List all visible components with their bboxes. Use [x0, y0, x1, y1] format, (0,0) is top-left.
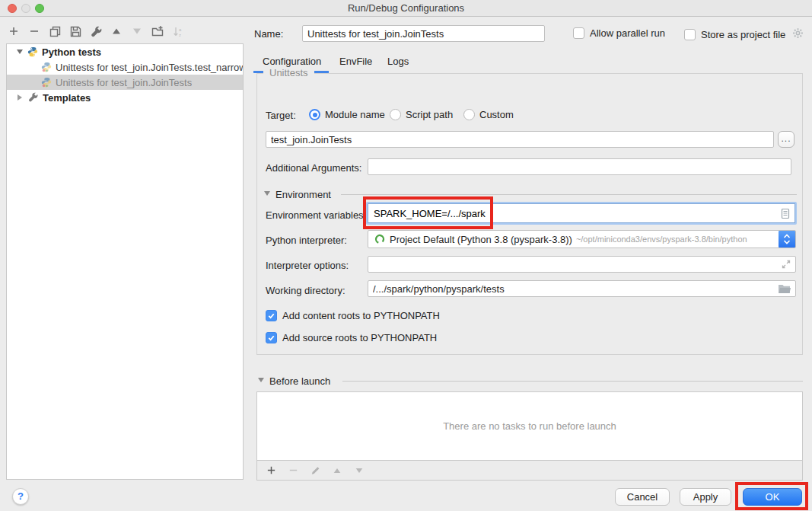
- edit-task-icon[interactable]: [309, 465, 321, 477]
- svg-text:a: a: [179, 27, 182, 31]
- remove-task-icon[interactable]: [287, 465, 299, 477]
- store-as-project-file-checkbox[interactable]: Store as project file: [684, 27, 804, 41]
- target-radio-script-path[interactable]: Script path: [390, 109, 453, 120]
- configurations-toolbar: az: [8, 24, 184, 39]
- help-button[interactable]: ?: [12, 488, 29, 505]
- annotation-box-ok-button: [735, 482, 808, 510]
- environment-collapse-icon[interactable]: [264, 191, 270, 196]
- copy-configuration-icon[interactable]: [49, 25, 61, 37]
- configurations-tree: Python tests Unittests for test_join.Joi…: [6, 43, 244, 480]
- add-source-roots-checkbox[interactable]: Add source roots to PYTHONPATH: [266, 332, 437, 343]
- move-up-icon[interactable]: [110, 25, 123, 37]
- interpreter-path: ~/opt/miniconda3/envs/pyspark-3.8/bin/py…: [576, 235, 747, 244]
- templates-wrench-icon: [28, 92, 39, 103]
- name-label: Name:: [254, 28, 283, 40]
- window-title: Run/Debug Configurations: [0, 0, 812, 17]
- checkbox-checked-icon[interactable]: [266, 332, 277, 343]
- radio-selected-icon[interactable]: [309, 109, 320, 120]
- tree-item-label: Unittests for test_join.JoinTests.test_n…: [56, 62, 243, 73]
- save-configuration-icon[interactable]: [69, 25, 81, 37]
- working-directory-label: Working directory:: [266, 284, 345, 296]
- environment-separator-line: [341, 194, 797, 195]
- radio-label: Module name: [325, 109, 385, 120]
- tree-item-templates[interactable]: Templates: [7, 90, 243, 105]
- title-bar: Run/Debug Configurations: [0, 0, 812, 17]
- expand-field-icon[interactable]: [781, 256, 791, 273]
- tree-item-label: Unittests for test_join.JoinTests: [56, 77, 192, 88]
- interpreter-options-label: Interpreter options:: [266, 259, 349, 271]
- python-test-icon: [41, 77, 52, 88]
- store-as-project-file-label: Store as project file: [701, 29, 785, 40]
- move-task-down-icon[interactable]: [353, 465, 365, 477]
- python-tests-icon: [27, 46, 38, 57]
- tree-item-label: Templates: [43, 92, 91, 104]
- additional-arguments-label: Additional Arguments:: [266, 161, 361, 174]
- interpreter-options-input[interactable]: [368, 256, 796, 273]
- paste-variables-icon[interactable]: [781, 208, 790, 219]
- unittests-group-label: Unittests: [263, 67, 314, 78]
- before-launch-toolbar: [256, 461, 803, 481]
- gear-icon[interactable]: [792, 27, 804, 41]
- add-configuration-icon[interactable]: [8, 25, 20, 37]
- radio-label: Custom: [479, 109, 514, 120]
- target-radio-custom[interactable]: Custom: [463, 109, 514, 120]
- name-row: Name:: [254, 25, 283, 42]
- svg-text:z: z: [179, 33, 181, 37]
- additional-arguments-input[interactable]: [368, 158, 791, 175]
- radio-label: Script path: [406, 109, 453, 120]
- tree-item-python-tests[interactable]: Python tests: [7, 44, 243, 59]
- working-directory-input[interactable]: [368, 280, 796, 297]
- add-content-roots-label: Add content roots to PYTHONPATH: [282, 310, 440, 321]
- conda-environment-icon: [374, 234, 385, 244]
- name-input[interactable]: [302, 25, 545, 42]
- environment-variables-label: Environment variables:: [266, 209, 366, 221]
- tree-item-jointests-selected[interactable]: Unittests for test_join.JoinTests: [7, 75, 243, 90]
- before-launch-separator-line: [342, 381, 803, 382]
- python-interpreter-select[interactable]: Project Default (Python 3.8 (pyspark-3.8…: [368, 230, 796, 248]
- sort-configurations-icon[interactable]: az: [172, 25, 184, 37]
- before-launch-empty-text: There are no tasks to run before launch: [443, 420, 616, 432]
- radio-unselected-icon[interactable]: [463, 109, 475, 120]
- before-launch-section-label[interactable]: Before launch: [269, 375, 330, 387]
- interpreter-name: Project Default (Python 3.8 (pyspark-3.8…: [390, 234, 572, 245]
- move-down-icon[interactable]: [131, 25, 143, 37]
- checkbox-unchecked-icon[interactable]: [573, 27, 584, 39]
- python-test-icon: [41, 62, 52, 72]
- before-launch-task-list: There are no tasks to run before launch: [256, 391, 803, 461]
- chevron-right-icon[interactable]: [18, 94, 22, 101]
- allow-parallel-run-checkbox[interactable]: Allow parallel run: [573, 27, 665, 39]
- target-radio-module-name[interactable]: Module name: [309, 109, 385, 120]
- browse-button[interactable]: ...: [778, 131, 794, 148]
- tab-envfile[interactable]: EnvFile: [339, 55, 372, 69]
- before-launch-collapse-icon[interactable]: [258, 378, 264, 382]
- folder-icon[interactable]: [778, 280, 791, 297]
- target-label: Target:: [266, 109, 296, 121]
- add-task-icon[interactable]: [265, 465, 277, 477]
- add-content-roots-checkbox[interactable]: Add content roots to PYTHONPATH: [266, 310, 440, 321]
- run-debug-configurations-dialog: Run/Debug Configurations az: [0, 0, 812, 511]
- edit-templates-icon[interactable]: [90, 25, 102, 37]
- add-source-roots-label: Add source roots to PYTHONPATH: [282, 332, 437, 343]
- tree-item-test-narrow[interactable]: Unittests for test_join.JoinTests.test_n…: [7, 59, 243, 75]
- cancel-button[interactable]: Cancel: [615, 488, 670, 506]
- allow-parallel-run-label: Allow parallel run: [590, 27, 665, 39]
- checkbox-unchecked-icon[interactable]: [684, 29, 696, 40]
- target-input[interactable]: [266, 131, 774, 148]
- combo-stepper-icon[interactable]: [779, 231, 795, 248]
- radio-unselected-icon[interactable]: [390, 109, 401, 120]
- remove-configuration-icon[interactable]: [28, 25, 40, 37]
- tree-item-label: Python tests: [42, 46, 101, 58]
- chevron-down-icon[interactable]: [17, 50, 23, 54]
- checkbox-checked-icon[interactable]: [266, 310, 277, 321]
- new-folder-icon[interactable]: [151, 25, 164, 37]
- tab-logs[interactable]: Logs: [387, 55, 409, 69]
- apply-button[interactable]: Apply: [680, 488, 731, 506]
- annotation-box-env-value: [363, 196, 493, 229]
- environment-section-label[interactable]: Environment: [275, 189, 331, 200]
- python-interpreter-label: Python interpreter:: [266, 234, 347, 246]
- move-task-up-icon[interactable]: [331, 465, 343, 477]
